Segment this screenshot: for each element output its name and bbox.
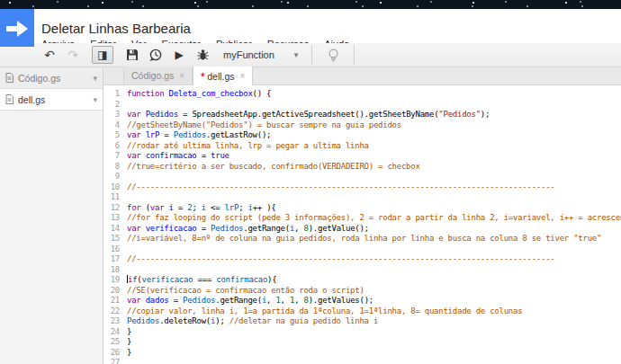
close-icon[interactable]: × [240,71,246,81]
line-content [120,192,127,203]
line-content [120,244,127,255]
line-number: 19 [104,275,120,286]
redo-button[interactable]: ↷ [64,46,82,64]
line-number: 14 [104,224,120,235]
debug-button[interactable] [194,46,212,64]
line-content: //for faz looping do script (pede 3 info… [120,213,621,224]
line-number: 26 [104,348,120,359]
line-number: 9 [104,172,120,182]
line-content: var confirmacao = true [120,151,230,162]
save-button[interactable] [123,46,141,64]
line-content: //i=variável, 8=nº de coluna na guia ped… [120,234,601,244]
line-number: 1 [104,89,120,100]
file-item-Código.gs[interactable]: Código.gs▾ [0,67,103,89]
redo-icon: ↷ [68,48,78,62]
document-icon [5,94,14,104]
code-line[interactable]: 20//SE(verificacao = confirmacao então r… [104,286,621,297]
line-content: //--------------------------------------… [120,254,555,265]
toolbar-separator [354,45,355,65]
suggestions-button[interactable] [324,46,342,64]
code-line[interactable]: 6//rodar até ultima linha, lrp = pegar a… [104,141,621,152]
code-line[interactable]: 24} [104,327,621,338]
files-sidebar: Código.gs▾dell.gs▾ [0,67,104,364]
line-number: 25 [104,337,120,348]
line-number: 11 [104,192,120,203]
code-line[interactable]: 13//for faz looping do script (pede 3 in… [104,213,621,224]
code-line[interactable]: 26} [104,348,621,359]
code-line[interactable]: 8//true=critério a ser buscado, confirma… [104,162,621,173]
document-icon [5,73,14,83]
code-line[interactable]: 10//------------------------------------… [104,182,621,193]
line-number: 6 [104,141,120,152]
line-number: 8 [104,162,120,173]
code-line[interactable]: 23Pedidos.deleteRow(i); //deletar na gui… [104,316,621,327]
file-name: Código.gs [18,73,93,84]
code-line[interactable]: 18 [104,265,621,276]
chevron-down-icon: ▾ [294,50,299,59]
arrow-icon [5,21,29,37]
line-content: Pedidos.deleteRow(i); //deletar na guia … [120,316,378,327]
file-item-dell.gs[interactable]: dell.gs▾ [0,89,103,111]
code-line[interactable]: 15//i=variável, 8=nº de coluna na guia p… [104,234,621,244]
apps-script-logo [0,9,34,47]
code-line[interactable]: 5var lrP = Pedidos.getLastRow(); [104,130,621,141]
function-selector[interactable]: myFunction ▾ [214,43,307,67]
line-content: function Deleta_com_checbox() { [120,89,271,100]
tab-Código.gs[interactable]: Código.gs× [123,67,193,84]
header: Deletar Linhas Barbearia ArquivoEditarVe… [0,9,621,43]
line-number: 22 [104,306,120,317]
line-content: //rodar até ultima linha, lrp = pegar a … [120,141,369,152]
tab-label: Código.gs [131,70,174,81]
line-number: 15 [104,234,120,244]
toggle-file-list-button[interactable]: ◨ [92,46,113,64]
code-line[interactable]: 17//------------------------------------… [104,254,621,265]
line-content [120,358,127,364]
code-line[interactable]: 14var verificacao = Pedidos.getRange(i, … [104,224,621,235]
line-content: //copiar valor, linha i, 1=a partida da … [120,306,522,317]
chevron-down-icon[interactable]: ▾ [93,95,97,104]
undo-button[interactable]: ↶ [40,46,58,64]
code-line[interactable]: 22//copiar valor, linha i, 1=a partida d… [104,306,621,317]
line-content: //SE(verificacao = confirmacao então rod… [120,286,364,297]
line-number: 10 [104,182,120,193]
line-content: for (var i = 2; i <= lrP; i++ ){ [120,203,275,214]
chevron-down-icon[interactable]: ▾ [93,74,97,83]
line-number: 24 [104,327,120,338]
code-line[interactable]: 21var dados = Pedidos.getRange(i, 1, 1, … [104,296,621,306]
run-button[interactable]: ▶ [170,46,188,64]
line-content: var Pedidos = SpreadsheetApp.getActiveSp… [120,110,490,120]
tab-dell.gs[interactable]: *dell.gs× [193,67,253,85]
code-line[interactable]: 9 [104,172,621,182]
line-content [120,265,127,276]
line-number: 20 [104,286,120,297]
line-content: } [120,327,131,338]
code-line[interactable]: 3var Pedidos = SpreadsheetApp.getActiveS… [104,110,621,120]
line-number: 12 [104,203,120,214]
line-number: 13 [104,213,120,224]
function-selector-label: myFunction [223,49,274,60]
code-line[interactable]: 4//getSheetByName("Pedidos") = buscar se… [104,120,621,131]
code-editor[interactable]: 1function Deleta_com_checbox() {23var Pe… [104,85,621,364]
code-line[interactable]: 19if(verificacao === confirmacao){ [104,275,621,286]
code-line[interactable]: 1function Deleta_com_checbox() { [104,89,621,100]
file-name: dell.gs [18,94,93,105]
toolbar-separator [311,45,312,65]
code-line[interactable]: 16 [104,244,621,255]
editor-tabs: Código.gs×*dell.gs× [104,67,621,85]
line-number: 21 [104,296,120,306]
line-number: 23 [104,316,120,327]
line-number: 4 [104,120,120,131]
code-line[interactable]: 25} [104,337,621,348]
close-icon[interactable]: × [179,71,184,81]
code-line[interactable]: 12for (var i = 2; i <= lrP; i++ ){ [104,203,621,214]
code-line[interactable]: 11 [104,192,621,203]
line-number: 5 [104,130,120,141]
line-number: 17 [104,254,120,265]
code-line[interactable]: 27 [104,358,621,364]
line-number: 16 [104,244,120,255]
code-line[interactable]: 2 [104,100,621,111]
execution-transcript-button[interactable] [147,46,165,64]
code-line[interactable]: 7var confirmacao = true [104,151,621,162]
line-number: 18 [104,265,120,276]
line-content [120,100,127,111]
